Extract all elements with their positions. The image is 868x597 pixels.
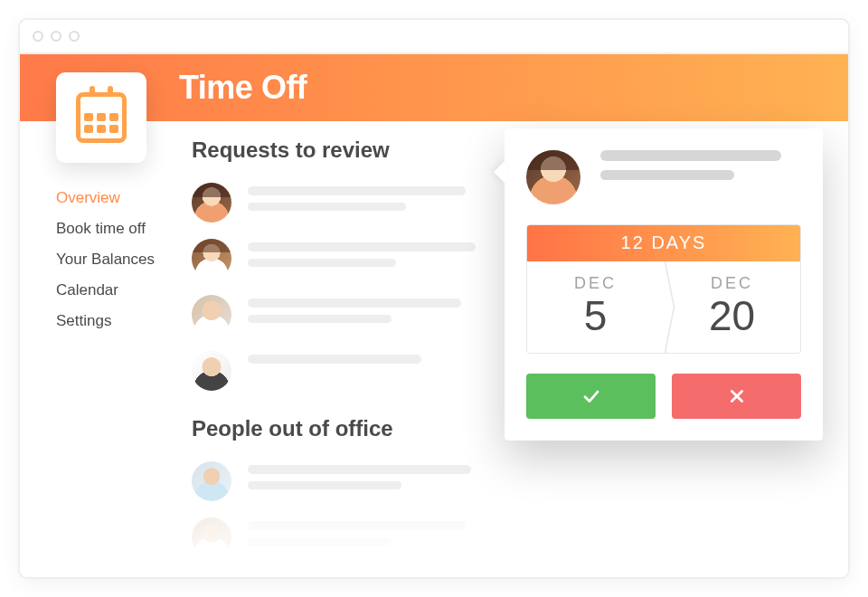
sidebar-item-overview[interactable]: Overview bbox=[56, 183, 174, 213]
request-detail-card: 12 DAYS DEC 5 DEC 20 bbox=[505, 128, 823, 441]
sidebar-item-your-balances[interactable]: Your Balances bbox=[56, 244, 174, 275]
avatar bbox=[192, 295, 231, 335]
avatar bbox=[192, 239, 231, 279]
date-separator-icon bbox=[664, 261, 665, 353]
sidebar-nav: Overview Book time off Your Balances Cal… bbox=[56, 183, 174, 336]
request-row[interactable] bbox=[192, 351, 495, 391]
window-minimize-dot[interactable] bbox=[51, 31, 61, 42]
detail-header bbox=[526, 150, 801, 204]
calendar-icon bbox=[76, 92, 127, 143]
action-row bbox=[526, 374, 801, 419]
window-zoom-dot[interactable] bbox=[69, 31, 80, 42]
date-range-card: 12 DAYS DEC 5 DEC 20 bbox=[526, 224, 801, 354]
duration-label: 12 DAYS bbox=[527, 225, 800, 261]
close-icon bbox=[724, 384, 750, 409]
start-day: 5 bbox=[527, 295, 664, 336]
avatar bbox=[526, 150, 580, 204]
start-date: DEC 5 bbox=[527, 261, 664, 353]
app-window: Time Off Overview Book time off Your Bal… bbox=[18, 18, 850, 579]
request-row[interactable] bbox=[192, 239, 495, 279]
sidebar: Overview Book time off Your Balances Cal… bbox=[56, 72, 174, 336]
reject-button[interactable] bbox=[672, 374, 801, 419]
out-of-office-row[interactable] bbox=[192, 461, 495, 501]
start-month: DEC bbox=[527, 274, 664, 293]
request-placeholder-text bbox=[248, 351, 495, 371]
out-placeholder-text bbox=[248, 517, 495, 553]
approve-button[interactable] bbox=[526, 374, 656, 419]
main-content: Requests to review bbox=[192, 137, 495, 577]
window-close-dot[interactable] bbox=[33, 31, 43, 42]
request-placeholder-text bbox=[248, 183, 495, 218]
sidebar-item-calendar[interactable]: Calendar bbox=[56, 275, 174, 306]
sidebar-item-settings[interactable]: Settings bbox=[56, 306, 174, 336]
check-icon bbox=[579, 384, 604, 409]
end-month: DEC bbox=[664, 274, 800, 293]
request-placeholder-text bbox=[248, 295, 495, 330]
requests-to-review-heading: Requests to review bbox=[192, 137, 495, 163]
end-date: DEC 20 bbox=[664, 261, 800, 353]
request-row[interactable] bbox=[192, 183, 495, 223]
end-day: 20 bbox=[664, 295, 800, 336]
avatar bbox=[192, 517, 231, 557]
out-placeholder-text bbox=[248, 461, 495, 497]
avatar bbox=[192, 461, 231, 501]
detail-placeholder-text bbox=[600, 150, 781, 189]
sidebar-item-book-time-off[interactable]: Book time off bbox=[56, 213, 174, 244]
avatar bbox=[192, 351, 231, 391]
request-placeholder-text bbox=[248, 239, 495, 274]
window-titlebar bbox=[20, 20, 848, 54]
avatar bbox=[192, 183, 231, 223]
module-icon-card bbox=[56, 72, 146, 163]
callout-arrow-icon bbox=[494, 159, 506, 185]
out-of-office-row[interactable] bbox=[192, 517, 495, 557]
page-title: Time Off bbox=[179, 69, 307, 107]
people-out-heading: People out of office bbox=[192, 416, 495, 441]
request-row[interactable] bbox=[192, 295, 495, 335]
